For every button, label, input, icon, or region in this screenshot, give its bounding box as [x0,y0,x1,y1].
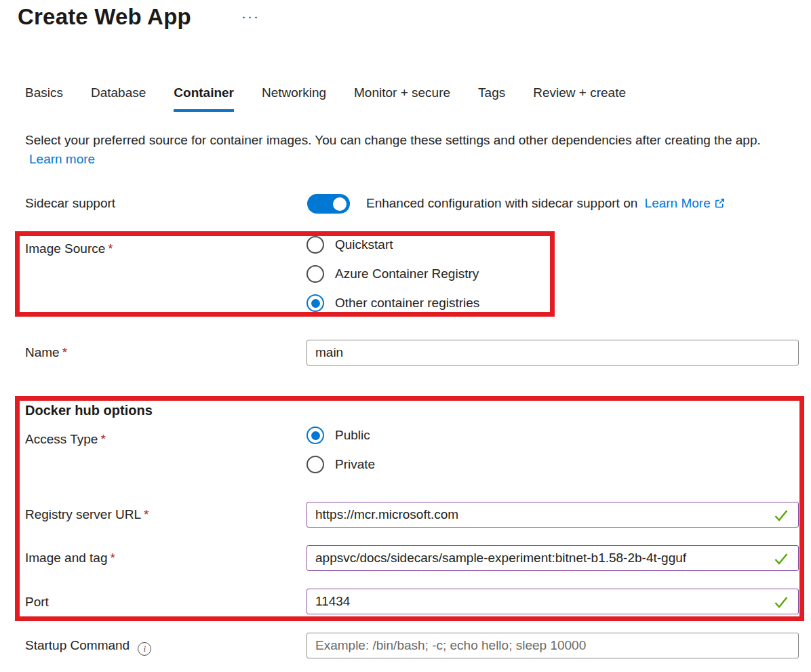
radio-other-container-registries-label: Other container registries [335,296,479,311]
tab-review-create[interactable]: Review + create [533,85,626,112]
valid-check-icon [773,594,789,610]
radio-quickstart-label: Quickstart [335,237,393,252]
name-input[interactable] [306,340,799,365]
docker-hub-options-heading: Docker hub options [25,403,153,418]
radio-circle-icon [306,456,324,473]
intro-description: Select your preferred source for contain… [25,133,761,147]
image-and-tag-label-text: Image and tag [25,551,107,565]
registry-server-url-label: Registry server URL* [25,507,149,522]
radio-azure-container-registry[interactable]: Azure Container Registry [306,265,479,283]
startup-command-label-text: Startup Command [25,638,130,652]
external-link-icon [714,197,726,209]
radio-quickstart[interactable]: Quickstart [306,236,479,254]
page-title: Create Web App [18,4,191,30]
image-source-label-text: Image Source [25,241,105,256]
intro-text: Select your preferred source for contain… [25,131,798,169]
tab-database[interactable]: Database [91,85,146,112]
radio-private-label: Private [335,457,375,472]
valid-check-icon [773,507,789,523]
radio-private[interactable]: Private [306,456,375,473]
intro-learn-more-link[interactable]: Learn more [29,152,95,166]
radio-public-label: Public [335,428,370,443]
required-asterisk: * [100,432,105,446]
port-label: Port [25,595,49,610]
image-source-radio-group: Quickstart Azure Container Registry Othe… [306,236,479,323]
image-and-tag-input[interactable] [306,545,799,571]
access-type-radio-group: Public Private [306,427,375,485]
registry-server-url-input[interactable] [306,502,799,528]
sidecar-learn-more-link[interactable]: Learn More [645,196,711,210]
radio-circle-icon [306,236,324,254]
name-label: Name* [25,345,67,360]
radio-circle-selected-icon [306,294,324,312]
sidecar-description: Enhanced configuration with sidecar supp… [366,196,726,211]
image-source-label: Image Source* [25,241,113,256]
access-type-label: Access Type* [25,432,106,447]
startup-command-input[interactable] [306,633,799,658]
image-and-tag-label: Image and tag* [25,551,115,566]
sidecar-support-label: Sidecar support [25,196,115,211]
access-type-label-text: Access Type [25,432,98,446]
tab-basics[interactable]: Basics [25,85,63,112]
info-icon[interactable]: i [138,642,151,656]
more-options-button[interactable]: ··· [241,8,260,24]
required-asterisk: * [62,345,67,359]
toggle-knob-icon [333,197,347,211]
tab-container[interactable]: Container [174,85,234,112]
name-label-text: Name [25,345,60,359]
required-asterisk: * [144,507,149,521]
registry-server-url-label-text: Registry server URL [25,507,141,521]
sidecar-support-toggle[interactable] [307,194,350,214]
required-asterisk: * [110,551,115,565]
startup-command-label: Startup Commandi [25,638,151,656]
valid-check-icon [773,551,789,567]
required-asterisk: * [108,241,113,256]
tab-tags[interactable]: Tags [478,85,505,112]
tab-monitor-secure[interactable]: Monitor + secure [354,85,450,112]
port-input[interactable] [306,589,799,614]
radio-azure-container-registry-label: Azure Container Registry [335,266,479,281]
radio-public[interactable]: Public [306,427,375,444]
radio-other-container-registries[interactable]: Other container registries [306,294,479,312]
sidecar-description-text: Enhanced configuration with sidecar supp… [366,196,637,210]
radio-circle-selected-icon [306,427,324,444]
tab-bar: Basics Database Container Networking Mon… [25,85,626,112]
tab-networking[interactable]: Networking [262,85,326,112]
radio-circle-icon [306,265,324,283]
